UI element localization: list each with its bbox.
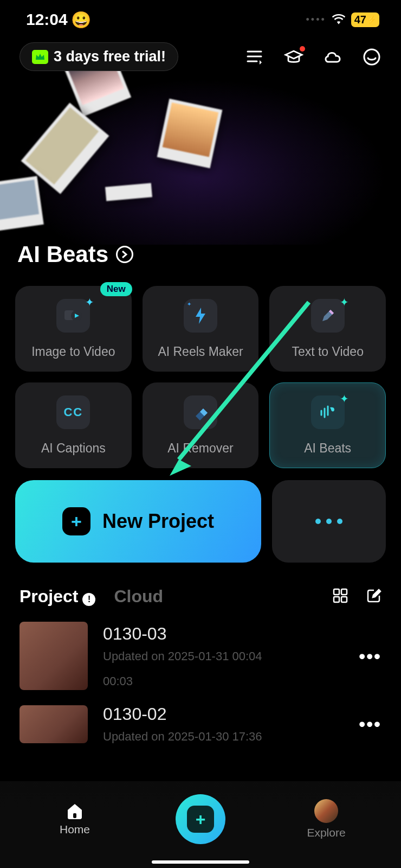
status-bar: 12:04 😀 •••• 47⚡ — [0, 0, 401, 33]
more-actions-button[interactable] — [272, 480, 386, 563]
new-badge: New — [100, 282, 132, 296]
feature-label: AI Beats — [304, 441, 351, 456]
status-emoji: 😀 — [71, 10, 91, 29]
bottom-nav: Home + Explore — [0, 781, 401, 868]
grid-view-icon[interactable] — [333, 588, 348, 605]
profile-icon[interactable] — [362, 47, 381, 67]
nav-home[interactable]: Home — [26, 802, 124, 836]
feature-ai-beats[interactable]: ✦ AI Beats — [269, 382, 386, 468]
home-icon — [66, 802, 84, 820]
project-updated: Updated on 2025-01-31 00:04 — [103, 649, 344, 663]
section-title: AI Beats — [17, 241, 108, 267]
svg-rect-14 — [73, 813, 76, 818]
bolt-icon: ✦ — [184, 299, 217, 333]
notification-dot — [300, 46, 305, 52]
explore-icon — [314, 799, 338, 823]
svg-point-3 — [364, 49, 379, 65]
project-thumbnail — [20, 622, 88, 690]
feature-grid: New ✦ Image to Video ✦ AI Reels Maker ✦ … — [0, 267, 401, 468]
tab-cloud[interactable]: Cloud — [114, 586, 163, 607]
beats-icon: ✦ — [311, 395, 345, 429]
plus-icon: + — [62, 507, 90, 535]
free-trial-pill[interactable]: 3 days free trial! — [20, 42, 178, 71]
feature-label: AI Reels Maker — [158, 344, 243, 359]
feature-ai-reels-maker[interactable]: ✦ AI Reels Maker — [143, 286, 259, 372]
hero-banner — [0, 71, 401, 245]
free-trial-label: 3 days free trial! — [54, 48, 166, 65]
nav-home-label: Home — [60, 823, 90, 836]
new-project-button[interactable]: + New Project — [15, 480, 261, 563]
pencil-icon: ✦ — [311, 299, 345, 333]
section-title-row[interactable]: AI Beats — [0, 241, 401, 267]
eraser-icon — [184, 395, 217, 429]
battery-indicator: 47⚡ — [351, 12, 379, 27]
new-project-label: New Project — [102, 510, 214, 533]
info-icon: ! — [82, 593, 95, 606]
svg-rect-9 — [334, 589, 339, 595]
svg-rect-12 — [341, 597, 347, 602]
plus-icon: + — [187, 806, 214, 833]
edit-icon[interactable] — [366, 588, 381, 605]
more-dots-icon — [315, 519, 342, 524]
nav-create-fab[interactable]: + — [176, 794, 225, 844]
project-item[interactable]: 0130-03 Updated on 2025-01-31 00:04 00:0… — [0, 607, 401, 697]
project-more-icon[interactable]: ••• — [359, 646, 381, 667]
feature-label: Image to Video — [31, 344, 115, 359]
settings-list-icon[interactable] — [245, 47, 264, 67]
feature-ai-remover[interactable]: AI Remover — [143, 382, 259, 468]
crown-icon — [32, 50, 48, 64]
tab-project[interactable]: Project! — [20, 586, 95, 607]
status-time: 12:04 — [26, 10, 68, 29]
feature-ai-captions[interactable]: CC AI Captions — [15, 382, 132, 468]
top-bar: 3 days free trial! — [0, 33, 401, 71]
feature-label: Text to Video — [292, 344, 364, 359]
feature-text-to-video[interactable]: ✦ Text to Video — [269, 286, 386, 372]
project-item[interactable]: 0130-02 Updated on 2025-01-30 17:36 ••• — [0, 697, 401, 750]
project-thumbnail — [20, 705, 88, 743]
home-indicator — [152, 860, 249, 864]
svg-rect-10 — [341, 589, 347, 595]
cloud-icon[interactable] — [323, 47, 342, 67]
nav-explore-label: Explore — [307, 826, 345, 839]
project-more-icon[interactable]: ••• — [359, 713, 381, 735]
chevron-right-icon — [116, 246, 133, 263]
cc-icon: CC — [56, 395, 90, 429]
action-row: + New Project — [0, 468, 401, 563]
feature-image-to-video[interactable]: New ✦ Image to Video — [15, 286, 132, 372]
project-updated: Updated on 2025-01-30 17:36 — [103, 730, 344, 744]
feature-label: AI Captions — [41, 441, 106, 456]
wifi-icon — [332, 14, 346, 25]
cellular-dots-icon: •••• — [306, 14, 326, 25]
feature-label: AI Remover — [167, 441, 233, 456]
education-icon[interactable] — [284, 47, 303, 67]
image-to-video-icon: ✦ — [56, 299, 90, 333]
svg-rect-11 — [334, 597, 339, 602]
project-duration: 00:03 — [103, 674, 344, 688]
project-title: 0130-02 — [103, 704, 344, 724]
project-tabs-row: Project! Cloud — [0, 563, 401, 607]
nav-explore[interactable]: Explore — [277, 799, 375, 839]
project-title: 0130-03 — [103, 624, 344, 644]
